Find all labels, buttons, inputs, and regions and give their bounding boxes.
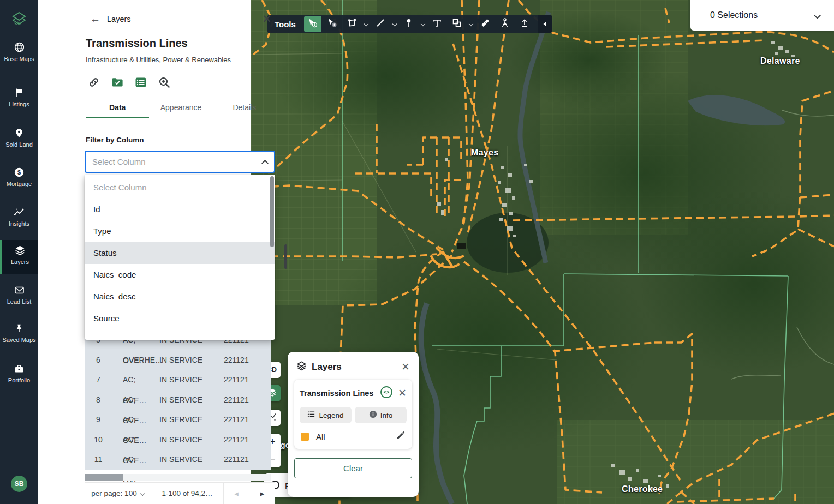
table-row[interactable]: 7AC; OVE…IN SERVICE221121	[85, 369, 271, 390]
marker-tool[interactable]	[400, 16, 418, 32]
column-select-input[interactable]	[92, 157, 263, 166]
upload-icon	[519, 17, 530, 31]
visibility-eye-icon[interactable]	[380, 386, 393, 401]
back-button[interactable]: ← Layers	[90, 13, 199, 25]
remove-layer-icon[interactable]: ✕	[398, 388, 407, 398]
per-page-select[interactable]: per page: 100	[85, 483, 151, 504]
cell-code: 221121	[224, 350, 257, 370]
collapse-icon	[542, 19, 547, 29]
sidebar-item-base-maps[interactable]: Base Maps	[0, 39, 38, 63]
info-button[interactable]: Info	[355, 407, 407, 423]
sidebar-item-layers[interactable]: Layers	[0, 240, 38, 274]
dropdown-option[interactable]: Naics_desc	[85, 286, 275, 308]
cell-code: 221121	[224, 449, 257, 470]
toolbar-collapse-button[interactable]	[538, 15, 552, 33]
tab-details[interactable]: Details	[213, 98, 276, 118]
column-dropdown-menu: Select Column Id Type Status Naics_code …	[85, 175, 275, 340]
table-list-icon[interactable]	[134, 75, 148, 89]
selections-dropdown[interactable]: 0 Selections	[690, 0, 834, 31]
chevron-down-icon	[392, 22, 397, 26]
cell-code: 221121	[224, 409, 257, 430]
dropdown-option[interactable]: Naics_code	[85, 264, 275, 286]
cell-code: 221121	[224, 369, 257, 390]
upload-tool[interactable]	[516, 16, 533, 32]
sidebar-item-label: Layers	[2, 259, 38, 266]
sidebar-item-listings[interactable]: Listings	[0, 85, 38, 109]
layer-name: Transmission Lines	[300, 389, 375, 398]
svg-text:$: $	[17, 169, 21, 176]
tab-data[interactable]: Data	[86, 98, 149, 118]
app-logo[interactable]	[0, 7, 38, 32]
shapes-tool[interactable]	[448, 16, 466, 32]
table-row[interactable]: 8AC; OVE…IN SERVICE221121	[85, 389, 271, 410]
panel-tabs: Data Appearance Details	[86, 98, 276, 118]
avatar[interactable]: SB	[11, 476, 27, 492]
trend-sparkle-icon	[0, 206, 38, 218]
panel-scrollbar-thumb[interactable]	[284, 244, 287, 269]
sidebar-item-sold-land[interactable]: Sold Land	[0, 125, 38, 149]
shapes-icon	[451, 17, 462, 31]
legend-swatch-orange	[301, 433, 309, 441]
identify-cursor-tool[interactable]	[304, 16, 321, 32]
sidebar-item-insights[interactable]: Insights	[0, 204, 38, 228]
tab-appearance[interactable]: Appearance	[149, 98, 212, 118]
scrollbar-thumb[interactable]	[85, 474, 123, 481]
sidebar-item-mortgage[interactable]: $ Mortgage	[0, 165, 38, 188]
prev-page-button[interactable]: ◂	[224, 483, 249, 504]
shapes-tool-caret[interactable]	[467, 16, 475, 32]
sidebar-item-label: Mortgage	[0, 181, 38, 188]
chevron-down-icon	[421, 22, 425, 26]
page-title: Transmission Lines	[86, 37, 188, 50]
line-icon	[375, 17, 386, 31]
stacked-layers-icon	[2, 244, 38, 256]
folder-check-icon[interactable]	[110, 75, 124, 89]
tools-toolbar: Tools	[267, 15, 552, 33]
next-page-button[interactable]: ▸	[249, 483, 275, 504]
polygon-tool[interactable]	[343, 16, 361, 32]
sidebar-item-lead-list[interactable]: Lead List	[0, 283, 38, 306]
sidebar-item-saved-maps[interactable]: Saved Maps	[0, 321, 38, 344]
dropdown-scrollbar-thumb[interactable]	[270, 176, 274, 247]
layer-detail-panel: ← Layers ✕ Transmission Lines Infrastruc…	[38, 0, 251, 504]
link-icon[interactable]	[87, 75, 101, 89]
dropdown-option[interactable]: Select Column	[85, 177, 275, 199]
polygon-tool-caret[interactable]	[362, 16, 371, 32]
table-row[interactable]: 9AC; OVE…IN SERVICE221121	[85, 409, 271, 430]
line-tool[interactable]	[372, 16, 389, 32]
dropdown-option[interactable]: Type	[85, 220, 275, 242]
cell-status: IN SERVICE	[159, 350, 214, 370]
marker-tool-caret[interactable]	[419, 16, 427, 32]
sidebar-item-label: Portfolio	[0, 377, 38, 385]
envelope-icon	[0, 285, 38, 296]
table-row[interactable]: 6OVERHE…IN SERVICE221121	[85, 350, 271, 370]
tab-label: Details	[233, 103, 256, 112]
legend-button[interactable]: Legend	[300, 407, 352, 423]
dropdown-option[interactable]: Source	[85, 308, 275, 329]
close-icon[interactable]: ✕	[401, 362, 410, 372]
text-tool[interactable]	[428, 16, 446, 32]
text-icon	[432, 17, 443, 31]
survey-tripod-tool[interactable]	[496, 16, 514, 32]
dropdown-option-highlighted[interactable]: Status	[85, 242, 275, 264]
globe-icon	[0, 41, 38, 53]
search-location-icon[interactable]	[157, 75, 171, 89]
table-row[interactable]: 11AC; OVE…IN SERVICE221121	[85, 449, 271, 470]
county-label-delaware: Delaware	[760, 56, 800, 66]
edit-pencil-icon[interactable]	[396, 430, 406, 442]
line-tool-caret[interactable]	[390, 16, 399, 32]
tab-label: Appearance	[160, 103, 202, 112]
add-cursor-tool[interactable]	[324, 16, 341, 32]
ruler-tool[interactable]	[476, 16, 494, 32]
table-row[interactable]: 10AC; OVE…IN SERVICE221121	[85, 429, 271, 450]
marker-icon	[403, 17, 414, 31]
cell-status: IN SERVICE	[159, 429, 214, 450]
column-select-field[interactable]	[85, 151, 275, 173]
horizontal-scrollbar[interactable]	[85, 474, 271, 481]
sidebar-item-portfolio[interactable]: Portfolio	[0, 361, 38, 385]
close-panel-icon[interactable]: ✕	[260, 12, 274, 26]
sidebar-item-label: Lead List	[0, 298, 38, 306]
clear-button[interactable]: Clear	[294, 458, 412, 478]
dropdown-option[interactable]: Id	[85, 199, 275, 220]
cell-id: 6	[87, 350, 109, 370]
layers-popup: Layers ✕ Transmission Lines ✕ Legend Inf…	[288, 352, 419, 497]
